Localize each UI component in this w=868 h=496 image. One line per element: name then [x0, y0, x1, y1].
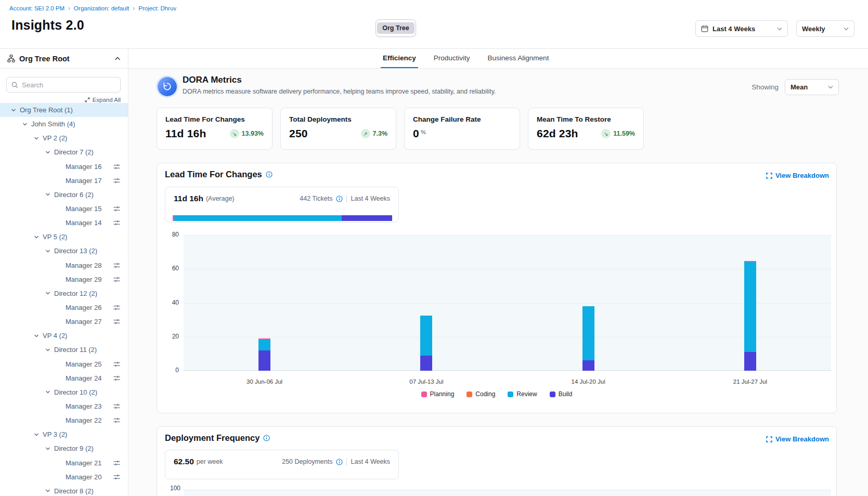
tree-item-manager-29[interactable]: Manager 29	[0, 272, 128, 286]
org-tree-toggle-button[interactable]: Org Tree	[375, 19, 416, 37]
info-icon[interactable]	[263, 435, 270, 441]
chevron-down-icon[interactable]	[45, 290, 51, 296]
granularity-select[interactable]: Weekly	[796, 20, 854, 37]
tree-item-manager-26[interactable]: Manager 26	[0, 301, 128, 315]
tree-item-manager-15[interactable]: Manager 15	[0, 202, 128, 216]
tree-item-director-8-2-[interactable]: Director 8 (2)	[0, 484, 128, 496]
tree-item-manager-27[interactable]: Manager 27	[0, 315, 128, 329]
ticket-count: 442 Tickets	[300, 195, 332, 202]
info-icon[interactable]	[266, 171, 273, 178]
chevron-down-icon[interactable]	[10, 107, 17, 113]
tree-item-director-11-2-[interactable]: Director 11 (2)	[0, 343, 128, 357]
filters-icon[interactable]	[113, 163, 121, 170]
tree-item-label: Director 6 (2)	[54, 191, 94, 199]
stacked-bar-3[interactable]	[582, 306, 594, 371]
granularity-value: Weekly	[802, 25, 825, 33]
chevron-down-icon[interactable]	[45, 389, 51, 395]
tree-item-vp-5-2-[interactable]: VP 5 (2)	[0, 230, 128, 244]
breadcrumb-account[interactable]: Account: SEI 2.0 PM	[9, 5, 64, 11]
tree-item-manager-22[interactable]: Manager 22	[0, 413, 128, 427]
tree-item-manager-14[interactable]: Manager 14	[0, 216, 128, 230]
chevron-down-icon[interactable]	[45, 248, 51, 254]
tree-item-director-13-2-[interactable]: Director 13 (2)	[0, 244, 128, 258]
filters-icon[interactable]	[113, 417, 121, 424]
metric-card-trend: ↗7.3%	[361, 129, 388, 138]
filters-icon[interactable]	[113, 361, 121, 368]
lead-time-view-breakdown[interactable]: View Breakdown	[766, 172, 829, 179]
showing-select[interactable]: Mean	[785, 79, 839, 95]
stacked-bar-4[interactable]	[744, 261, 756, 371]
breadcrumb-organization[interactable]: Organization: default	[74, 5, 129, 11]
collapse-sidebar-icon[interactable]	[114, 57, 121, 61]
metric-card-value: 62d 23h	[537, 127, 578, 140]
filters-icon[interactable]	[113, 375, 121, 382]
breadcrumb-project[interactable]: Project: Dhruv	[138, 5, 176, 11]
tree-item-director-6-2-[interactable]: Director 6 (2)	[0, 188, 128, 202]
filters-icon[interactable]	[113, 318, 121, 325]
chevron-down-icon[interactable]	[45, 446, 51, 452]
tab-bar: Efficiency Productivity Business Alignme…	[128, 49, 868, 69]
tree-item-org-tree-root-1-[interactable]: Org Tree Root (1)	[0, 103, 128, 117]
chevron-down-icon	[844, 27, 849, 31]
legend-item-build[interactable]: Build	[550, 390, 573, 398]
tree-item-director-7-2-[interactable]: Director 7 (2)	[0, 145, 128, 159]
deployment-view-breakdown[interactable]: View Breakdown	[766, 435, 829, 443]
chevron-down-icon[interactable]	[45, 149, 51, 155]
tree-item-manager-28[interactable]: Manager 28	[0, 258, 128, 272]
chevron-down-icon[interactable]	[45, 488, 51, 494]
filters-icon[interactable]	[113, 403, 121, 410]
search-icon	[11, 82, 18, 88]
tree-item-manager-16[interactable]: Manager 16	[0, 160, 128, 174]
legend-item-planning[interactable]: Planning	[421, 390, 455, 398]
lead-time-distribution-bar	[173, 215, 392, 221]
bar-segment-review	[420, 316, 432, 356]
filters-icon[interactable]	[113, 276, 121, 283]
stacked-bar-2[interactable]	[420, 316, 432, 371]
info-icon[interactable]	[336, 195, 343, 202]
filters-icon[interactable]	[113, 304, 121, 311]
tab-productivity[interactable]: Productivity	[432, 49, 472, 68]
tree-item-manager-24[interactable]: Manager 24	[0, 371, 128, 385]
chevron-down-icon[interactable]	[45, 347, 51, 353]
tree-item-manager-17[interactable]: Manager 17	[0, 174, 128, 188]
chevron-down-icon[interactable]	[33, 234, 40, 240]
info-icon[interactable]	[336, 459, 343, 465]
filters-icon[interactable]	[113, 262, 121, 269]
stacked-bar-1[interactable]	[258, 338, 270, 371]
tree-item-manager-21[interactable]: Manager 21	[0, 456, 128, 470]
tree-item-director-12-2-[interactable]: Director 12 (2)	[0, 286, 128, 301]
sidebar-search[interactable]	[6, 77, 121, 93]
tree-item-john-smith-4-[interactable]: John Smith (4)	[0, 117, 128, 131]
tree-item-vp-2-2-[interactable]: VP 2 (2)	[0, 131, 128, 145]
filters-icon[interactable]	[113, 460, 121, 466]
metric-card-total-deployments: Total Deployments250↗7.3%	[280, 108, 396, 150]
chevron-down-icon[interactable]	[33, 432, 40, 438]
legend-swatch-planning	[421, 391, 427, 397]
tree-item-vp-4-2-[interactable]: VP 4 (2)	[0, 329, 128, 343]
tree-item-manager-20[interactable]: Manager 20	[0, 470, 128, 484]
expand-all-button[interactable]: Expand All	[85, 97, 121, 103]
filters-icon[interactable]	[113, 205, 121, 212]
filters-icon[interactable]	[113, 474, 121, 480]
tab-business-alignment[interactable]: Business Alignment	[486, 49, 551, 68]
filters-icon[interactable]	[113, 177, 121, 184]
chevron-down-icon[interactable]	[33, 333, 40, 339]
chevron-down-icon[interactable]	[33, 135, 40, 141]
legend-item-coding[interactable]: Coding	[467, 390, 495, 398]
tree-item-director-10-2-[interactable]: Director 10 (2)	[0, 385, 128, 399]
date-range-select[interactable]: Last 4 Weeks	[695, 20, 788, 37]
tree-item-manager-25[interactable]: Manager 25	[0, 357, 128, 371]
legend-item-review[interactable]: Review	[508, 390, 537, 398]
tree-item-vp-3-2-[interactable]: VP 3 (2)	[0, 427, 128, 441]
tree-item-manager-23[interactable]: Manager 23	[0, 399, 128, 413]
main-content: DORA Metrics DORA metrics measure softwa…	[128, 69, 868, 496]
search-input[interactable]	[22, 81, 115, 89]
dora-metrics-title: DORA Metrics	[183, 75, 242, 85]
tab-efficiency[interactable]: Efficiency	[381, 49, 418, 68]
filters-icon[interactable]	[113, 219, 121, 226]
tree-item-director-9-2-[interactable]: Director 9 (2)	[0, 441, 128, 455]
chevron-down-icon[interactable]	[45, 191, 51, 198]
chevron-down-icon[interactable]	[22, 121, 28, 127]
tree-item-label: Manager 14	[66, 219, 101, 227]
sidebar-header: Org Tree Root	[0, 49, 128, 69]
